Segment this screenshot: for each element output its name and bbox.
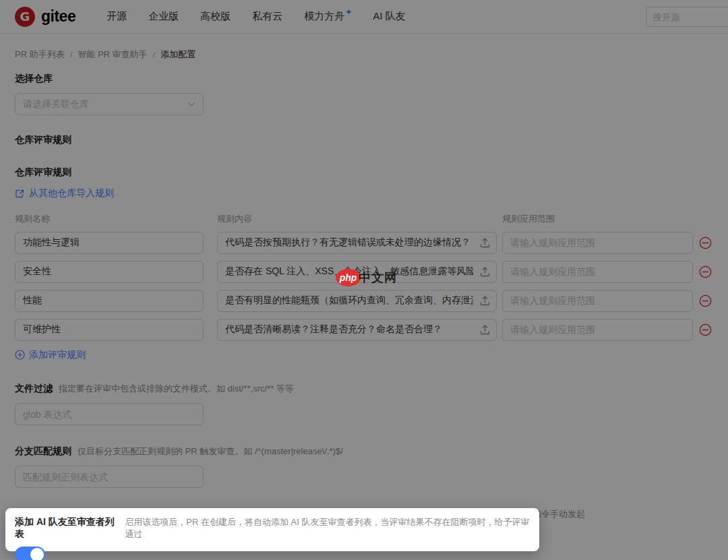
add-ai-reviewer-label: 添加 AI 队友至审查者列表 bbox=[15, 516, 119, 540]
toggle-knob bbox=[30, 548, 44, 560]
add-ai-reviewer-toggle[interactable] bbox=[15, 547, 45, 560]
php-cn-watermark: php 中文网 bbox=[336, 269, 397, 286]
add-ai-reviewer-section: 添加 AI 队友至审查者列表 启用该选项后，PR 在创建后，将自动添加 AI 队… bbox=[5, 508, 539, 551]
php-watermark-badge-icon: php bbox=[336, 269, 361, 286]
add-ai-reviewer-desc: 启用该选项后，PR 在创建后，将自动添加 AI 队友至审查者列表，当评审结果不存… bbox=[125, 516, 530, 540]
php-watermark-text: 中文网 bbox=[359, 270, 397, 286]
